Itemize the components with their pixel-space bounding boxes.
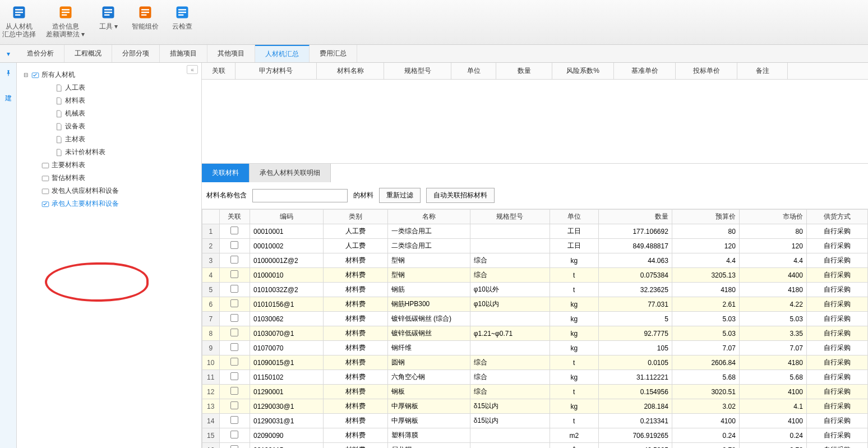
checkbox-icon[interactable] — [230, 358, 238, 366]
tree-item[interactable]: 人工表 — [21, 81, 197, 94]
tree-item[interactable]: 设备表 — [21, 120, 197, 133]
checkbox-icon[interactable] — [230, 401, 238, 409]
checkbox-icon[interactable] — [230, 445, 238, 448]
assoc-cell[interactable] — [219, 253, 250, 268]
checkbox-icon[interactable] — [230, 285, 238, 293]
tabs-dropdown[interactable]: ▾ — [0, 45, 17, 62]
toolbar-item[interactable]: 工具 ▾ — [95, 3, 122, 30]
assoc-cell[interactable] — [219, 341, 250, 355]
table-row[interactable]: 13 01290030@1 材料费 中厚钢板 δ15以内 kg 208.184 … — [202, 399, 868, 414]
assoc-cell[interactable] — [219, 428, 250, 443]
sidebar-collapse-button[interactable]: « — [187, 65, 198, 74]
pin-icon[interactable] — [4, 70, 12, 79]
checkbox-icon[interactable] — [230, 241, 238, 249]
lower-grid[interactable]: 关联编码类别名称规格型号单位数量预算价市场价供货方式 1 00010001 人工… — [202, 209, 868, 448]
assoc-cell[interactable] — [219, 443, 250, 449]
assoc-cell[interactable] — [219, 239, 250, 253]
lower-header-cell[interactable]: 供货方式 — [806, 210, 867, 224]
lower-header-cell[interactable]: 预算价 — [672, 210, 739, 224]
table-row[interactable]: 15 02090090 材料费 塑料薄膜 m2 706.919265 0.24 … — [202, 428, 868, 443]
toolbar-item[interactable]: 造价信息 差额调整法 ▾ — [46, 3, 85, 38]
sub-tab[interactable]: 承包人材料关联明细 — [250, 164, 331, 182]
assoc-cell[interactable] — [219, 370, 250, 385]
table-row[interactable]: 2 00010002 人工费 二类综合用工 工日 849.488817 120 … — [202, 239, 868, 253]
assoc-cell[interactable] — [219, 385, 250, 399]
toolbar-item[interactable]: 从人材机 汇总中选择 — [2, 3, 36, 38]
table-row[interactable]: 9 01070070 材料费 钢纤维 kg 105 7.07 7.07 自行采购 — [202, 341, 868, 355]
lower-header-cell[interactable]: 单位 — [550, 210, 598, 224]
lower-header-cell[interactable]: 规格型号 — [470, 210, 550, 224]
tree-item[interactable]: ⊟所有人材机 — [21, 68, 197, 81]
refilter-button[interactable]: 重新过滤 — [379, 188, 421, 203]
auto-associate-button[interactable]: 自动关联招标材料 — [426, 188, 495, 203]
upper-header-cell[interactable]: 备注 — [737, 63, 788, 79]
main-tab[interactable]: 其他项目 — [207, 45, 255, 62]
checkbox-icon[interactable] — [230, 372, 238, 380]
main-tab[interactable]: 人材机汇总 — [255, 45, 310, 62]
tree-item[interactable]: 主要材料表 — [21, 159, 197, 172]
checkbox-icon[interactable] — [230, 431, 238, 438]
table-row[interactable]: 10 01090015@1 材料费 圆钢 综合 t 0.0105 2606.84… — [202, 355, 868, 370]
lower-header-cell[interactable]: 关联 — [219, 210, 250, 224]
table-row[interactable]: 5 01010032Z@2 材料费 钢筋 φ10以外 t 32.23625 41… — [202, 283, 868, 297]
toolbar-item[interactable]: 云检查 — [169, 3, 196, 30]
upper-header-cell[interactable]: 规格型号 — [384, 63, 451, 79]
table-row[interactable]: 16 02190115 材料费 尼龙帽 个 46.5325 2.78 2.78 … — [202, 443, 868, 449]
tree-item[interactable]: 未计价材料表 — [21, 146, 197, 159]
assoc-cell[interactable] — [219, 399, 250, 414]
tree-item[interactable]: 机械表 — [21, 107, 197, 120]
checkbox-icon[interactable] — [230, 343, 238, 351]
lower-header-cell[interactable]: 数量 — [598, 210, 672, 224]
upper-header-cell[interactable]: 单位 — [451, 63, 496, 79]
upper-header-cell[interactable]: 甲方材料号 — [236, 63, 317, 79]
lower-header-cell[interactable]: 编码 — [250, 210, 324, 224]
checkbox-icon[interactable] — [230, 299, 238, 307]
tree-item[interactable]: 承包人主要材料和设备 — [21, 197, 197, 210]
main-tab[interactable]: 措施项目 — [160, 45, 207, 62]
assoc-cell[interactable] — [219, 268, 250, 283]
checkbox-icon[interactable] — [230, 256, 238, 264]
table-row[interactable]: 14 01290031@1 材料费 中厚钢板 δ15以内 t 0.213341 … — [202, 414, 868, 428]
tree-item[interactable]: 材料表 — [21, 94, 197, 107]
table-row[interactable]: 3 01000001Z@2 材料费 型钢 综合 kg 44.063 4.4 4.… — [202, 253, 868, 268]
upper-header-cell[interactable]: 数量 — [496, 63, 552, 79]
tree-item[interactable]: 主材表 — [21, 133, 197, 146]
assoc-cell[interactable] — [219, 414, 250, 428]
upper-header-cell[interactable]: 材料名称 — [317, 63, 384, 79]
assoc-cell[interactable] — [219, 326, 250, 341]
assoc-cell[interactable] — [219, 224, 250, 239]
assoc-cell[interactable] — [219, 297, 250, 312]
upper-header-cell[interactable]: 投标单价 — [676, 63, 737, 79]
expander-icon[interactable]: ⊟ — [24, 72, 29, 78]
tree-item[interactable]: 暂估材料表 — [21, 172, 197, 184]
main-tab[interactable]: 工程概况 — [64, 45, 112, 62]
checkbox-icon[interactable] — [230, 329, 238, 336]
upper-header-cell[interactable]: 基准单价 — [614, 63, 676, 79]
checkbox-icon[interactable] — [230, 314, 238, 322]
lower-header-cell[interactable]: 市场价 — [739, 210, 806, 224]
left-gutter-label[interactable]: 建… — [3, 89, 13, 99]
checkbox-icon[interactable] — [230, 416, 238, 424]
table-row[interactable]: 8 01030070@1 材料费 镀锌低碳钢丝 φ1.21~φ0.71 kg 9… — [202, 326, 868, 341]
lower-header-cell[interactable]: 类别 — [324, 210, 388, 224]
main-tab[interactable]: 费用汇总 — [310, 45, 357, 62]
assoc-cell[interactable] — [219, 355, 250, 370]
table-row[interactable]: 12 01290001 材料费 钢板 综合 t 0.154956 3020.51… — [202, 385, 868, 399]
assoc-cell[interactable] — [219, 283, 250, 297]
toolbar-item[interactable]: 智能组价 — [132, 3, 159, 30]
table-row[interactable]: 1 00010001 人工费 一类综合用工 工日 177.106692 80 8… — [202, 224, 868, 239]
filter-input[interactable] — [252, 189, 348, 202]
table-row[interactable]: 11 01150102 材料费 六角空心钢 综合 kg 31.112221 5.… — [202, 370, 868, 385]
checkbox-icon[interactable] — [230, 387, 238, 395]
table-row[interactable]: 6 01010156@1 材料费 钢筋HPB300 φ10以内 kg 77.03… — [202, 297, 868, 312]
main-tab[interactable]: 分部分项 — [112, 45, 160, 62]
tree-item[interactable]: 发包人供应材料和设备 — [21, 184, 197, 197]
upper-header-cell[interactable]: 风险系数% — [552, 63, 614, 79]
checkbox-icon[interactable] — [230, 227, 238, 234]
assoc-cell[interactable] — [219, 312, 250, 326]
upper-header-cell[interactable]: 关联 — [202, 63, 236, 79]
table-row[interactable]: 7 01030062 材料费 镀锌低碳钢丝 (综合) kg 5 5.03 5.0… — [202, 312, 868, 326]
table-row[interactable]: 4 01000010 材料费 型钢 综合 t 0.075384 3205.13 … — [202, 268, 868, 283]
sub-tab[interactable]: 关联材料 — [202, 164, 250, 182]
lower-header-cell[interactable]: 名称 — [387, 210, 470, 224]
